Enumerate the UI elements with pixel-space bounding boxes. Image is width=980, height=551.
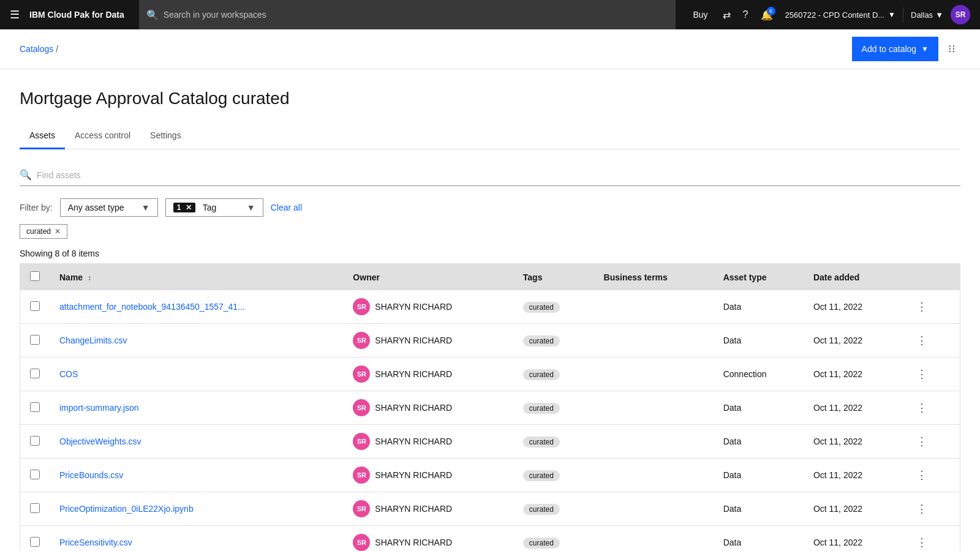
row-owner-cell: SR SHARYN RICHARD xyxy=(343,391,513,425)
owner-avatar-6: SR xyxy=(353,500,370,517)
row-more-button-4[interactable]: ⋮ xyxy=(911,432,932,451)
avatar[interactable]: SR xyxy=(951,5,970,24)
asset-type-filter[interactable]: Any asset type ▼ xyxy=(60,198,158,217)
tag-count-badge: 1 ✕ xyxy=(173,203,195,212)
breadcrumb: Catalogs / xyxy=(20,44,58,54)
table-row: PriceSensitivity.csv SR SHARYN RICHARD c… xyxy=(20,526,960,552)
asset-name-link-3[interactable]: import-summary.json xyxy=(59,403,139,413)
tag-badge-5[interactable]: curated xyxy=(523,470,560,481)
add-to-catalog-label: Add to catalog xyxy=(862,44,917,54)
row-more-button-3[interactable]: ⋮ xyxy=(911,399,932,417)
row-more-button-0[interactable]: ⋮ xyxy=(911,298,932,316)
row-more-button-6[interactable]: ⋮ xyxy=(911,500,932,518)
row-date-added-cell: Oct 11, 2022 xyxy=(804,391,902,425)
filter-by-label: Filter by: xyxy=(20,203,53,212)
row-checkbox-3[interactable] xyxy=(30,402,40,412)
row-name-cell: import-summary.json xyxy=(50,391,343,425)
buy-link[interactable]: Buy xyxy=(685,10,715,20)
tag-badge-4[interactable]: curated xyxy=(523,437,560,448)
row-checkbox-cell xyxy=(20,324,50,358)
row-owner-cell: SR SHARYN RICHARD xyxy=(343,324,513,358)
owner-name-3: SHARYN RICHARD xyxy=(375,403,452,413)
row-more-button-7[interactable]: ⋮ xyxy=(911,533,932,551)
filters-row: Filter by: Any asset type ▼ 1 ✕ Tag ▼ Cl… xyxy=(20,198,960,217)
table-header: Name ↕ Owner Tags Business terms Asset t… xyxy=(20,264,960,290)
assets-area: 🔍 Filter by: Any asset type ▼ 1 ✕ Tag ▼ … xyxy=(20,149,960,551)
row-date-added-cell: Oct 11, 2022 xyxy=(804,492,902,526)
menu-icon[interactable]: ☰ xyxy=(10,8,20,21)
tab-access-control[interactable]: Access control xyxy=(65,123,140,149)
asset-name-link-6[interactable]: PriceOptimization_0iLE22Xjo.ipynb xyxy=(59,504,194,514)
top-navigation: ☰ IBM Cloud Pak for Data 🔍 Buy ⇄ ? 🔔 6 2… xyxy=(0,0,980,29)
row-date-added-cell: Oct 11, 2022 xyxy=(804,526,902,552)
tab-assets[interactable]: Assets xyxy=(20,123,65,149)
tag-badge-2[interactable]: curated xyxy=(523,369,560,380)
asset-search-input[interactable] xyxy=(37,170,960,180)
row-asset-type-cell: Connection xyxy=(714,358,804,391)
row-asset-type-cell: Data xyxy=(714,391,804,425)
row-checkbox-2[interactable] xyxy=(30,369,40,378)
owner-name-1: SHARYN RICHARD xyxy=(375,335,452,345)
row-checkbox-6[interactable] xyxy=(30,503,40,513)
asset-name-link-4[interactable]: ObjectiveWeights.csv xyxy=(59,437,141,446)
asset-name-link-5[interactable]: PriceBounds.csv xyxy=(59,470,123,480)
add-to-catalog-button[interactable]: Add to catalog ▼ xyxy=(852,37,938,61)
location-name: Dallas xyxy=(911,10,933,20)
asset-name-link-2[interactable]: COS xyxy=(59,369,78,379)
transfer-icon-button[interactable]: ⇄ xyxy=(718,4,736,26)
asset-name-link-7[interactable]: PriceSensitivity.csv xyxy=(59,538,132,547)
tag-filter[interactable]: 1 ✕ Tag ▼ xyxy=(165,198,263,217)
row-tags-cell: curated xyxy=(513,425,594,459)
account-chevron-icon: ▼ xyxy=(888,10,895,19)
tag-badge-6[interactable]: curated xyxy=(523,504,560,515)
tag-badge-1[interactable]: curated xyxy=(523,335,560,347)
table-row: PriceOptimization_0iLE22Xjo.ipynb SR SHA… xyxy=(20,492,960,526)
row-tags-cell: curated xyxy=(513,391,594,425)
notifications-button[interactable]: 🔔 6 xyxy=(756,4,778,26)
row-name-cell: PriceSensitivity.csv xyxy=(50,526,343,552)
row-checkbox-5[interactable] xyxy=(30,470,40,479)
tag-badge-7[interactable]: curated xyxy=(523,538,560,549)
breadcrumb-catalogs-link[interactable]: Catalogs xyxy=(20,44,53,54)
row-business-terms-cell xyxy=(594,391,714,425)
tag-close-icon[interactable]: ✕ xyxy=(186,203,192,212)
row-more-button-5[interactable]: ⋮ xyxy=(911,466,932,484)
row-checkbox-1[interactable] xyxy=(30,335,40,345)
table-row: ObjectiveWeights.csv SR SHARYN RICHARD c… xyxy=(20,425,960,459)
chip-close-icon[interactable]: ✕ xyxy=(55,227,61,236)
th-asset-type: Asset type xyxy=(714,264,804,290)
row-tags-cell: curated xyxy=(513,492,594,526)
row-more-actions-cell: ⋮ xyxy=(902,425,960,459)
table-row: COS SR SHARYN RICHARD curated Connection… xyxy=(20,358,960,391)
row-checkbox-4[interactable] xyxy=(30,436,40,446)
row-more-button-2[interactable]: ⋮ xyxy=(911,365,932,383)
add-catalog-dropdown-icon: ▼ xyxy=(921,45,929,53)
grid-view-button[interactable]: ⁝⁝ xyxy=(943,37,960,61)
row-owner-cell: SR SHARYN RICHARD xyxy=(343,492,513,526)
asset-name-link-1[interactable]: ChangeLimits.csv xyxy=(59,335,127,345)
row-more-actions-cell: ⋮ xyxy=(902,358,960,391)
row-business-terms-cell xyxy=(594,492,714,526)
select-all-checkbox[interactable] xyxy=(30,271,40,281)
row-business-terms-cell xyxy=(594,290,714,324)
filter-chip-curated: curated ✕ xyxy=(20,224,67,239)
th-name[interactable]: Name ↕ xyxy=(50,264,343,290)
clear-all-button[interactable]: Clear all xyxy=(271,203,302,212)
row-checkbox-0[interactable] xyxy=(30,301,40,311)
row-name-cell: COS xyxy=(50,358,343,391)
tag-badge-0[interactable]: curated xyxy=(523,302,560,313)
page-tabs: Assets Access control Settings xyxy=(20,123,960,149)
location-selector[interactable]: Dallas ▼ xyxy=(906,10,948,20)
account-selector[interactable]: 2560722 - CPD Content D... ▼ xyxy=(780,10,900,20)
row-checkbox-7[interactable] xyxy=(30,537,40,547)
global-search-input[interactable] xyxy=(139,0,676,29)
owner-name-4: SHARYN RICHARD xyxy=(375,437,452,446)
row-business-terms-cell xyxy=(594,526,714,552)
row-more-button-1[interactable]: ⋮ xyxy=(911,331,932,350)
help-icon-button[interactable]: ? xyxy=(738,4,753,25)
row-tags-cell: curated xyxy=(513,358,594,391)
asset-name-link-0[interactable]: attachment_for_notebook_94136450_1557_41… xyxy=(59,302,245,312)
tab-settings[interactable]: Settings xyxy=(140,123,191,149)
asset-search-icon: 🔍 xyxy=(20,169,32,181)
tag-badge-3[interactable]: curated xyxy=(523,403,560,414)
